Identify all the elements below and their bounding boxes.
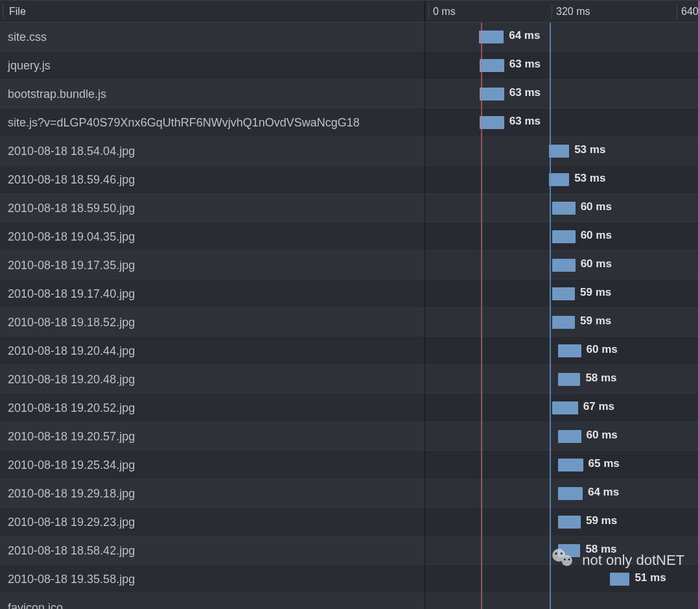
- file-name: 2010-08-18 19.04.35.jpg: [0, 222, 425, 250]
- column-timeline[interactable]: 0 ms320 ms640: [425, 1, 700, 22]
- file-name: bootstrap.bundle.js: [0, 80, 425, 108]
- timing-cell: 64 ms: [425, 23, 700, 51]
- timing-cell: 60 ms: [425, 194, 700, 222]
- request-row[interactable]: 2010-08-18 18.59.50.jpg60 ms: [0, 194, 700, 222]
- timing-label: 64 ms: [509, 29, 540, 42]
- timing-bar: [552, 287, 575, 300]
- timing-cell: 64 ms: [425, 479, 700, 507]
- timing-bar: [480, 88, 504, 101]
- timing-cell: 63 ms: [425, 80, 700, 108]
- timing-cell: 63 ms: [425, 108, 700, 136]
- network-waterfall-panel: File 0 ms320 ms640 site.css64 msjquery.j…: [0, 0, 700, 609]
- timeline-tick: 640: [677, 1, 699, 22]
- timing-label: 60 ms: [581, 200, 612, 213]
- timing-bar: [558, 516, 581, 529]
- file-name: 2010-08-18 19.20.44.jpg: [0, 337, 425, 364]
- file-name: 2010-08-18 19.20.48.jpg: [0, 365, 425, 393]
- timing-cell: 60 ms: [425, 251, 700, 279]
- timing-label: 64 ms: [588, 486, 619, 499]
- timing-cell: 60 ms: [425, 222, 700, 250]
- timing-bar: [558, 487, 583, 500]
- timing-bar: [610, 573, 629, 586]
- request-row[interactable]: 2010-08-18 19.20.48.jpg58 ms: [0, 365, 700, 394]
- file-name: site.css: [0, 23, 425, 51]
- timing-label: 53 ms: [574, 143, 605, 156]
- timing-cell: 58 ms: [425, 365, 700, 393]
- column-header-file-label: File: [9, 6, 26, 17]
- request-row[interactable]: 2010-08-18 19.04.35.jpg60 ms: [0, 222, 700, 251]
- timing-bar: [549, 145, 569, 158]
- timeline-tick: 320 ms: [552, 1, 590, 22]
- request-row[interactable]: 2010-08-18 18.54.04.jpg53 ms: [0, 137, 700, 165]
- request-row[interactable]: 2010-08-18 19.20.57.jpg60 ms: [0, 422, 700, 451]
- timing-label: 60 ms: [581, 257, 612, 270]
- timing-bar: [558, 344, 581, 357]
- request-row[interactable]: 2010-08-18 19.25.34.jpg65 ms: [0, 451, 700, 479]
- request-row[interactable]: 2010-08-18 18.59.46.jpg53 ms: [0, 165, 700, 194]
- file-name: 2010-08-18 19.18.52.jpg: [0, 308, 425, 336]
- timing-cell: 59 ms: [425, 280, 700, 307]
- timing-label: 53 ms: [574, 172, 605, 185]
- request-row[interactable]: 2010-08-18 19.20.44.jpg60 ms: [0, 337, 700, 365]
- timing-cell: 51 ms: [425, 565, 700, 593]
- request-row[interactable]: 2010-08-18 19.17.40.jpg59 ms: [0, 280, 700, 308]
- request-row[interactable]: 2010-08-18 19.29.18.jpg64 ms: [0, 479, 700, 508]
- table-header: File 0 ms320 ms640: [0, 1, 700, 23]
- timing-bar: [552, 259, 576, 272]
- column-header-file[interactable]: File: [0, 1, 425, 22]
- file-name: 2010-08-18 19.35.58.jpg: [0, 565, 425, 593]
- request-row[interactable]: jquery.js63 ms: [0, 51, 700, 80]
- timing-cell: [425, 593, 700, 609]
- requests-table-body: site.css64 msjquery.js63 msbootstrap.bun…: [0, 23, 700, 609]
- timing-bar: [558, 430, 581, 443]
- timing-cell: 67 ms: [425, 394, 700, 422]
- timing-label: 60 ms: [587, 343, 618, 356]
- timing-label: 63 ms: [509, 115, 541, 128]
- timing-label: 58 ms: [585, 543, 616, 556]
- timing-cell: 63 ms: [425, 51, 700, 79]
- timing-bar: [549, 173, 569, 186]
- timing-cell: 59 ms: [425, 508, 700, 536]
- timing-cell: 58 ms: [425, 536, 700, 564]
- timing-cell: 59 ms: [425, 308, 700, 336]
- request-row[interactable]: 2010-08-18 19.29.23.jpg59 ms: [0, 508, 700, 536]
- timing-bar: [480, 116, 504, 129]
- timing-bar: [552, 316, 575, 329]
- file-name: 2010-08-18 19.29.23.jpg: [0, 508, 425, 536]
- file-name: 2010-08-18 18.59.46.jpg: [0, 165, 425, 193]
- request-row[interactable]: favicon.ico: [0, 593, 700, 609]
- timing-bar: [480, 59, 504, 72]
- timing-cell: 53 ms: [425, 165, 700, 193]
- timing-label: 63 ms: [509, 58, 541, 71]
- timeline-tick-label: 320 ms: [556, 6, 590, 18]
- timing-label: 58 ms: [585, 372, 616, 385]
- file-name: 2010-08-18 18.58.42.jpg: [0, 536, 425, 564]
- file-name: favicon.ico: [0, 593, 425, 609]
- request-row[interactable]: 2010-08-18 19.18.52.jpg59 ms: [0, 308, 700, 337]
- file-name: 2010-08-18 18.54.04.jpg: [0, 137, 425, 165]
- timeline-tick-label: 0 ms: [433, 6, 456, 18]
- file-name: 2010-08-18 19.20.57.jpg: [0, 422, 425, 450]
- timing-cell: 60 ms: [425, 337, 700, 364]
- request-row[interactable]: bootstrap.bundle.js63 ms: [0, 80, 700, 108]
- request-row[interactable]: site.css64 ms: [0, 23, 700, 51]
- timing-label: 59 ms: [580, 315, 611, 328]
- request-row[interactable]: 2010-08-18 18.58.42.jpg58 ms: [0, 536, 700, 565]
- timing-cell: 65 ms: [425, 451, 700, 479]
- timing-bar: [479, 30, 504, 43]
- timing-label: 67 ms: [583, 400, 614, 413]
- timing-cell: 60 ms: [425, 422, 700, 450]
- timing-cell: 53 ms: [425, 137, 700, 165]
- timing-bar: [558, 459, 583, 472]
- request-row[interactable]: 2010-08-18 19.17.35.jpg60 ms: [0, 251, 700, 280]
- request-row[interactable]: 2010-08-18 19.35.58.jpg51 ms: [0, 565, 700, 593]
- timing-label: 59 ms: [580, 286, 611, 299]
- timing-bar: [552, 401, 578, 414]
- request-row[interactable]: site.js?v=dLGP40S79Xnx6GqUthRF6NWvjvhQ1n…: [0, 108, 700, 137]
- file-name: 2010-08-18 19.17.35.jpg: [0, 251, 425, 279]
- timing-bar: [552, 202, 576, 215]
- request-row[interactable]: 2010-08-18 19.20.52.jpg67 ms: [0, 394, 700, 422]
- file-name: 2010-08-18 19.29.18.jpg: [0, 479, 425, 507]
- file-name: site.js?v=dLGP40S79Xnx6GqUthRF6NWvjvhQ1n…: [0, 108, 425, 136]
- timing-label: 60 ms: [581, 229, 612, 242]
